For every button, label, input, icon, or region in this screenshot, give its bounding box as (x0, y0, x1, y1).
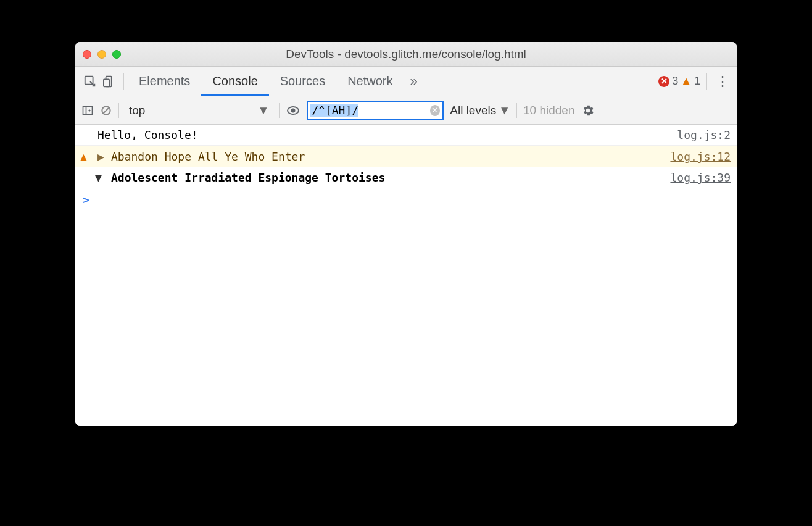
console-output: Hello, Console! log.js:2 ▲ ▶ Abandon Hop… (75, 125, 737, 426)
disclosure-down-icon[interactable]: ▼ (95, 171, 102, 184)
titlebar: DevTools - devtools.glitch.me/console/lo… (75, 42, 737, 67)
svg-rect-3 (83, 106, 93, 114)
log-source-link[interactable]: log.js:2 (677, 128, 731, 141)
tab-sources[interactable]: Sources (269, 67, 336, 96)
filter-input-container: ✕ (307, 101, 444, 120)
sidebar-toggle-icon[interactable] (81, 104, 94, 117)
svg-point-6 (291, 108, 296, 112)
error-count-badge[interactable]: ✕ 3 (658, 75, 678, 88)
divider (516, 103, 517, 118)
device-toolbar-icon[interactable] (100, 72, 120, 91)
filter-input[interactable] (310, 104, 429, 117)
divider (706, 73, 707, 90)
prompt-chevron-icon: > (83, 193, 89, 206)
window-title: DevTools - devtools.glitch.me/console/lo… (75, 48, 737, 61)
error-icon: ✕ (658, 76, 669, 87)
clear-console-icon[interactable] (100, 104, 112, 117)
tab-elements[interactable]: Elements (128, 67, 201, 96)
log-message: Adolescent Irradiated Espionage Tortoise… (111, 171, 670, 184)
clear-filter-icon[interactable]: ✕ (430, 105, 441, 116)
tabs-bar: Elements Console Sources Network » ✕ 3 ▲… (75, 67, 737, 96)
context-selector[interactable]: top ▼ (125, 104, 273, 117)
tab-console[interactable]: Console (201, 67, 268, 96)
log-levels-selector[interactable]: All levels ▼ (450, 104, 510, 117)
tab-network[interactable]: Network (336, 67, 404, 96)
console-prompt[interactable]: > (75, 188, 737, 211)
more-tabs-button[interactable]: » (404, 73, 424, 90)
devtools-window: DevTools - devtools.glitch.me/console/lo… (75, 42, 737, 426)
log-source-link[interactable]: log.js:12 (670, 150, 731, 163)
live-expression-icon[interactable] (286, 103, 300, 118)
log-message: Hello, Console! (97, 128, 677, 141)
log-source-link[interactable]: log.js:39 (670, 171, 731, 184)
warning-count: 1 (694, 75, 700, 88)
warning-icon: ▲ (681, 75, 692, 88)
disclosure-right-icon[interactable]: ▶ (97, 150, 104, 163)
log-row[interactable]: Hello, Console! log.js:2 (75, 125, 737, 146)
divider (123, 73, 124, 90)
console-settings-icon[interactable] (581, 104, 595, 117)
hidden-messages-label[interactable]: 10 hidden (523, 104, 574, 117)
levels-label: All levels (450, 104, 496, 117)
svg-rect-2 (104, 79, 109, 86)
inspect-element-icon[interactable] (80, 72, 100, 91)
context-label: top (129, 104, 145, 117)
dropdown-icon: ▼ (499, 104, 510, 117)
kebab-menu-icon[interactable]: ⋮ (713, 73, 732, 90)
error-count: 3 (672, 75, 678, 88)
log-row-warning[interactable]: ▲ ▶ Abandon Hope All Ye Who Enter log.js… (75, 146, 737, 167)
log-message: Abandon Hope All Ye Who Enter (111, 150, 670, 163)
dropdown-icon: ▼ (257, 104, 269, 117)
divider (118, 103, 119, 118)
divider (279, 103, 280, 118)
warning-icon: ▲ (80, 150, 87, 163)
console-toolbar: top ▼ ✕ All levels ▼ 10 hidden (75, 96, 737, 125)
log-row-group[interactable]: ▼ Adolescent Irradiated Espionage Tortoi… (75, 167, 737, 188)
warning-count-badge[interactable]: ▲ 1 (681, 75, 700, 88)
